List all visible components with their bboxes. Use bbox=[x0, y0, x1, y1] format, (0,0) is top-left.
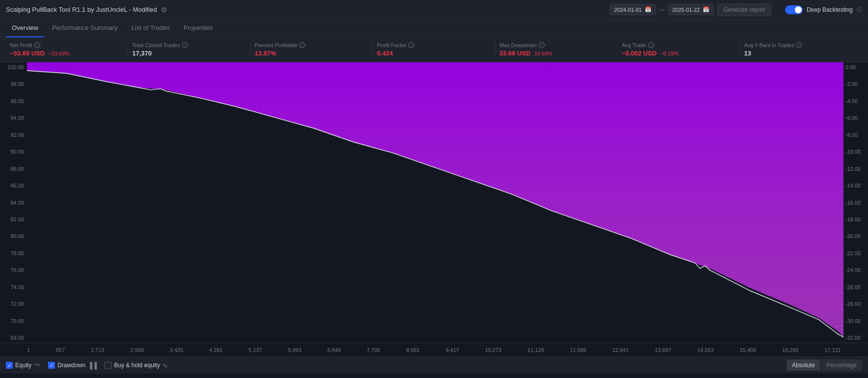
profit-factor-info-icon[interactable]: i bbox=[408, 42, 414, 48]
deep-backtesting-toggle-container: Deep Backtesting ⓘ bbox=[785, 5, 862, 14]
stat-net-profit: Net Profit i −33.69 USD −33.69% bbox=[6, 42, 128, 57]
generate-report-button[interactable]: Generate report bbox=[717, 3, 771, 16]
y-axis-right: 0.00 -2.00 -4.00 -6.00 -8.00 -10.00 -12.… bbox=[843, 62, 868, 343]
tab-performance-summary[interactable]: Performance Summary bbox=[46, 20, 124, 37]
max-drawdown-info-icon[interactable]: i bbox=[539, 42, 545, 48]
tab-properties[interactable]: Properties bbox=[178, 20, 218, 37]
bottom-bar: ✓ Equity 〜 ✓ Drawdown ▐▐ Buy & hold equi… bbox=[0, 356, 868, 374]
avg-bars-in-trades-value: 13 bbox=[744, 50, 858, 57]
buy-hold-checkbox[interactable] bbox=[105, 362, 111, 369]
net-profit-label: Net Profit bbox=[10, 42, 32, 48]
header: Scalping PullBack Tool R1.1 by JustUncle… bbox=[0, 0, 868, 20]
nav-tabs: Overview Performance Summary List of Tra… bbox=[0, 20, 868, 37]
legend-buy-hold[interactable]: Buy & hold equity ∿ bbox=[105, 362, 167, 369]
profit-factor-label: Profit Factor bbox=[377, 42, 406, 48]
chart-svg bbox=[27, 62, 843, 343]
legend-drawdown[interactable]: ✓ Drawdown ▐▐ bbox=[48, 362, 97, 369]
legend-equity[interactable]: ✓ Equity 〜 bbox=[6, 361, 40, 370]
legend-items: ✓ Equity 〜 ✓ Drawdown ▐▐ Buy & hold equi… bbox=[6, 361, 168, 370]
date-range: 2024-01-01 📅 — 2025-01-22 📅 Generate rep… bbox=[610, 3, 771, 16]
equity-label: Equity bbox=[15, 362, 31, 369]
stat-avg-bars-in-trades: Avg # Bars in Trades i 13 bbox=[740, 42, 862, 57]
drawdown-checkbox[interactable]: ✓ bbox=[48, 362, 55, 369]
total-closed-trades-info-icon[interactable]: i bbox=[182, 42, 188, 48]
drawdown-label: Drawdown bbox=[57, 362, 85, 369]
page-title: Scalping PullBack Tool R1.1 by JustUncle… bbox=[6, 6, 157, 13]
avg-trade-info-icon[interactable]: i bbox=[648, 42, 654, 48]
alert-icon[interactable]: ⚙ bbox=[161, 6, 167, 14]
buy-hold-line-icon: ∿ bbox=[162, 362, 168, 369]
date-separator: — bbox=[659, 6, 665, 13]
equity-checkbox[interactable]: ✓ bbox=[6, 362, 13, 369]
stat-max-drawdown: Max Drawdown i 33.69 USD 33.69% bbox=[496, 42, 618, 57]
drawdown-bar-icon: ▐▐ bbox=[88, 362, 97, 369]
avg-bars-in-trades-info-icon[interactable]: i bbox=[796, 42, 802, 48]
avg-bars-in-trades-label: Avg # Bars in Trades bbox=[744, 42, 794, 48]
chart-container: 100.00 98.00 96.00 94.00 92.00 90.00 88.… bbox=[0, 62, 868, 343]
percent-profitable-value: 13.87% bbox=[255, 50, 368, 57]
tab-overview[interactable]: Overview bbox=[6, 20, 44, 37]
stats-bar: Net Profit i −33.69 USD −33.69% Total Cl… bbox=[0, 37, 868, 62]
net-profit-info-icon[interactable]: i bbox=[34, 42, 40, 48]
stat-percent-profitable: Percent Profitable i 13.87% bbox=[251, 42, 373, 57]
max-drawdown-value: 33.69 USD 33.69% bbox=[500, 50, 613, 57]
deep-backtesting-toggle[interactable] bbox=[785, 5, 803, 14]
max-drawdown-label: Max Drawdown bbox=[500, 42, 537, 48]
total-closed-trades-value: 17,370 bbox=[132, 50, 246, 57]
view-buttons: Absolute Percentage bbox=[787, 359, 862, 371]
profit-factor-value: 0.424 bbox=[377, 50, 491, 57]
tab-list-of-trades[interactable]: List of Trades bbox=[126, 20, 176, 37]
absolute-view-button[interactable]: Absolute bbox=[787, 359, 820, 371]
deep-backtesting-help-icon[interactable]: ⓘ bbox=[857, 6, 862, 13]
equity-line-icon: 〜 bbox=[34, 361, 40, 370]
x-axis: 1 857 1,713 2,569 3,425 4,281 5,137 5,99… bbox=[0, 343, 868, 356]
percentage-view-button[interactable]: Percentage bbox=[821, 359, 862, 371]
stat-profit-factor: Profit Factor i 0.424 bbox=[373, 42, 495, 57]
date-start-input[interactable]: 2024-01-01 📅 bbox=[610, 4, 656, 15]
stat-avg-trade: Avg Trade i −0.002 USD −0.19% bbox=[618, 42, 740, 57]
buy-hold-label: Buy & hold equity bbox=[114, 362, 159, 369]
calendar-icon: 📅 bbox=[645, 6, 652, 13]
avg-trade-label: Avg Trade bbox=[622, 42, 646, 48]
calendar-icon-end: 📅 bbox=[703, 6, 710, 13]
date-end-input[interactable]: 2025-01-22 📅 bbox=[668, 4, 714, 15]
total-closed-trades-label: Total Closed Trades bbox=[132, 42, 180, 48]
percent-profitable-info-icon[interactable]: i bbox=[299, 42, 305, 48]
chart-main[interactable] bbox=[27, 62, 843, 343]
net-profit-value: −33.69 USD −33.69% bbox=[10, 50, 124, 57]
deep-backtesting-label: Deep Backtesting bbox=[807, 6, 853, 13]
avg-trade-value: −0.002 USD −0.19% bbox=[622, 50, 736, 57]
y-axis-left: 100.00 98.00 96.00 94.00 92.00 90.00 88.… bbox=[0, 62, 27, 343]
stat-total-closed-trades: Total Closed Trades i 17,370 bbox=[128, 42, 250, 57]
percent-profitable-label: Percent Profitable bbox=[255, 42, 297, 48]
